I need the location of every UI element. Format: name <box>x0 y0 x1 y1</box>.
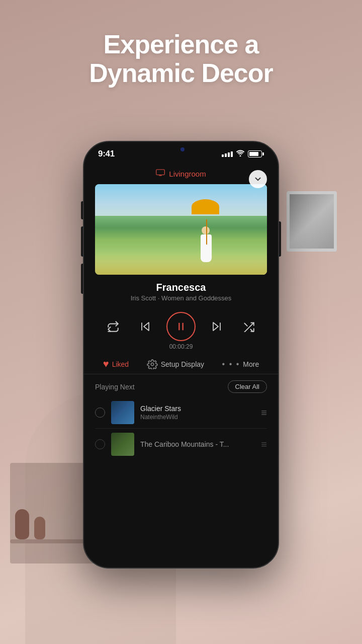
more-label: More <box>243 360 259 368</box>
phone-notch <box>148 142 214 157</box>
queue-item-info: Glacier Stars NateintheWild <box>140 405 255 421</box>
tv-icon <box>156 169 165 178</box>
queue-item-thumbnail <box>111 401 134 424</box>
track-info: Francesca Iris Scott · Women and Goddess… <box>84 275 278 305</box>
bg-frame <box>287 191 337 252</box>
queue-item-artist: NateintheWild <box>140 414 255 421</box>
time-display: 00:00:29 <box>84 341 278 355</box>
more-button[interactable]: • • • More <box>222 360 259 369</box>
queue-list: Glacier Stars NateintheWild ≡ The Caribo… <box>84 397 278 568</box>
queue-item-title: Glacier Stars <box>140 405 255 413</box>
room-name: Livingroom <box>169 170 206 178</box>
drag-handle-icon[interactable]: ≡ <box>261 407 267 419</box>
wifi-icon <box>236 149 245 158</box>
setup-display-button[interactable]: Setup Display <box>147 359 204 369</box>
signal-icon <box>222 151 233 157</box>
svg-line-12 <box>244 324 247 326</box>
queue-item-indicator <box>95 439 105 449</box>
queue-item[interactable]: The Cariboo Mountains - T... ≡ <box>84 429 278 460</box>
playing-next-header: Playing Next Clear All <box>84 374 278 397</box>
queue-item[interactable]: Glacier Stars NateintheWild ≡ <box>84 397 278 428</box>
svg-marker-8 <box>213 323 218 331</box>
status-icons <box>222 149 264 158</box>
battery-icon <box>248 150 264 157</box>
skip-forward-button[interactable] <box>206 315 228 338</box>
liked-label: Liked <box>112 360 129 368</box>
clear-all-button[interactable]: Clear All <box>228 380 267 393</box>
setup-display-icon <box>147 359 158 369</box>
svg-marker-4 <box>144 323 149 331</box>
playback-controls <box>84 305 278 341</box>
action-row: ♥ Liked Setup Display • • • More <box>84 355 278 374</box>
repeat-button[interactable] <box>102 315 124 338</box>
queue-item-indicator <box>95 408 105 418</box>
dots-icon: • • • <box>222 360 240 369</box>
headline-line1: Experience a <box>30 30 332 59</box>
status-time: 9:41 <box>98 149 115 159</box>
queue-item-info: The Cariboo Mountains - T... <box>140 440 255 448</box>
headline: Experience a Dynamic Decor <box>0 30 362 88</box>
screen: 9:41 <box>84 142 278 568</box>
svg-point-0 <box>240 155 241 157</box>
pause-button[interactable] <box>166 312 196 341</box>
svg-point-13 <box>151 363 153 365</box>
headline-line2: Dynamic Decor <box>30 59 332 88</box>
like-button[interactable]: ♥ Liked <box>103 358 129 370</box>
chevron-down-button[interactable] <box>249 170 267 188</box>
track-artist: Iris Scott · Women and Goddesses <box>94 294 268 302</box>
notch-camera <box>180 147 185 151</box>
queue-item-title: The Cariboo Mountains - T... <box>140 440 255 448</box>
track-title: Francesca <box>94 282 268 293</box>
setup-display-label: Setup Display <box>161 360 204 368</box>
svg-rect-1 <box>156 170 165 175</box>
skip-back-button[interactable] <box>134 315 156 338</box>
drag-handle-icon[interactable]: ≡ <box>261 439 267 450</box>
phone-mockup: 9:41 <box>83 141 279 569</box>
phone-body: 9:41 <box>83 141 279 569</box>
heart-icon: ♥ <box>103 358 109 370</box>
artwork-container <box>95 184 267 275</box>
shuffle-button[interactable] <box>238 315 260 338</box>
phone-side-button-right <box>279 221 281 257</box>
artwork-image <box>95 184 267 275</box>
playing-next-label: Playing Next <box>95 383 135 391</box>
queue-item-thumbnail <box>111 433 134 456</box>
